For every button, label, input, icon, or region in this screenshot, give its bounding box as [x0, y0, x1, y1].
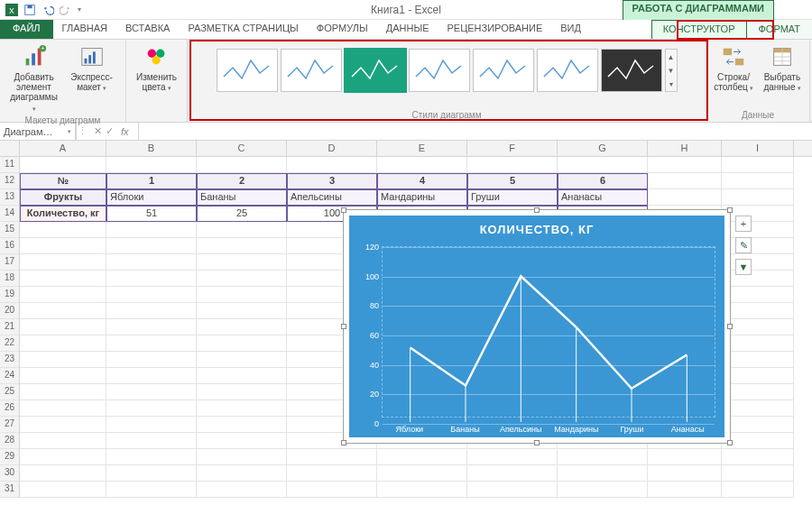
cell[interactable]: [722, 368, 794, 384]
row-header[interactable]: 28: [0, 433, 19, 449]
row-header[interactable]: 14: [0, 206, 19, 222]
cell[interactable]: [106, 271, 197, 287]
cell[interactable]: [722, 206, 794, 222]
cell[interactable]: [197, 368, 287, 384]
cell[interactable]: Бананы: [197, 189, 287, 206]
cell[interactable]: 51: [106, 206, 197, 222]
row-header[interactable]: 12: [0, 173, 19, 189]
row-header[interactable]: 27: [0, 417, 19, 433]
chart-style-thumb[interactable]: [601, 49, 662, 92]
chart-style-thumb[interactable]: [537, 49, 598, 92]
cell[interactable]: [377, 465, 467, 482]
cell[interactable]: Мандарины: [377, 189, 467, 206]
cell[interactable]: [722, 335, 794, 352]
tab-data[interactable]: ДАННЫЕ: [377, 20, 438, 39]
cell[interactable]: [287, 157, 377, 173]
tab-file[interactable]: ФАЙЛ: [0, 20, 53, 39]
cell[interactable]: [106, 254, 197, 271]
tab-page-layout[interactable]: РАЗМЕТКА СТРАНИЦЫ: [179, 20, 307, 39]
col-header[interactable]: H: [648, 141, 722, 156]
cell[interactable]: 3: [287, 173, 377, 189]
cell[interactable]: [106, 368, 197, 384]
cell[interactable]: 1: [106, 173, 197, 189]
cell[interactable]: [106, 417, 197, 433]
col-header[interactable]: A: [20, 141, 106, 156]
row-header[interactable]: 30: [0, 465, 19, 482]
cell[interactable]: [287, 465, 377, 482]
cell[interactable]: [20, 287, 106, 303]
col-header[interactable]: C: [197, 141, 287, 156]
tab-formulas[interactable]: ФОРМУЛЫ: [308, 20, 377, 39]
cell[interactable]: [106, 400, 197, 417]
cell[interactable]: Ананасы: [558, 189, 648, 206]
cell[interactable]: [197, 303, 287, 319]
chart-style-thumb[interactable]: [409, 49, 470, 92]
tab-home[interactable]: ГЛАВНАЯ: [53, 20, 116, 39]
select-all-corner[interactable]: [0, 141, 20, 156]
cell[interactable]: [722, 173, 794, 189]
cell[interactable]: [722, 271, 794, 287]
cell[interactable]: [20, 368, 106, 384]
cell[interactable]: [20, 482, 106, 498]
cell[interactable]: [467, 465, 558, 482]
cell[interactable]: [197, 254, 287, 271]
cell[interactable]: Количество, кг: [20, 206, 106, 222]
cell[interactable]: [20, 384, 106, 400]
cell[interactable]: [20, 254, 106, 271]
cell[interactable]: [377, 482, 467, 498]
cell[interactable]: [377, 157, 467, 173]
chart-object[interactable]: КОЛИЧЕСТВО, КГ 020406080100120 ЯблокиБан…: [343, 209, 731, 444]
cell[interactable]: [106, 319, 197, 335]
cell[interactable]: 2: [197, 173, 287, 189]
add-chart-element-button[interactable]: + Добавить элемент диаграммы: [8, 43, 60, 114]
col-header[interactable]: G: [558, 141, 648, 156]
cell[interactable]: [20, 271, 106, 287]
cell[interactable]: [106, 303, 197, 319]
cell[interactable]: 25: [197, 206, 287, 222]
quick-layout-button[interactable]: Экспресс-макет: [66, 43, 118, 93]
tab-insert[interactable]: ВСТАВКА: [116, 20, 179, 39]
qat-more-icon[interactable]: ▾: [78, 5, 81, 14]
row-header[interactable]: 21: [0, 319, 19, 335]
cell[interactable]: Фрукты: [20, 189, 106, 206]
cell[interactable]: [106, 157, 197, 173]
chart-style-thumb[interactable]: [473, 49, 534, 92]
cell[interactable]: 5: [467, 173, 558, 189]
cell[interactable]: [20, 465, 106, 482]
row-header[interactable]: 18: [0, 271, 19, 287]
cell[interactable]: [106, 335, 197, 352]
cell[interactable]: [20, 352, 106, 368]
cell[interactable]: [20, 417, 106, 433]
cell[interactable]: [197, 157, 287, 173]
row-header[interactable]: 13: [0, 189, 19, 206]
cell[interactable]: [20, 449, 106, 465]
cell[interactable]: [722, 303, 794, 319]
cell[interactable]: Груши: [467, 189, 558, 206]
tab-view[interactable]: ВИД: [551, 20, 590, 39]
cell[interactable]: [197, 287, 287, 303]
cell[interactable]: [467, 449, 558, 465]
col-header[interactable]: E: [377, 141, 467, 156]
cell[interactable]: [722, 417, 794, 433]
cell[interactable]: [197, 238, 287, 254]
row-header[interactable]: 11: [0, 157, 19, 173]
tab-format[interactable]: ФОРМАТ: [747, 20, 813, 39]
cell[interactable]: [197, 384, 287, 400]
cell[interactable]: [377, 449, 467, 465]
chart-style-thumb[interactable]: [281, 49, 342, 92]
cell[interactable]: [722, 482, 794, 498]
cell[interactable]: [467, 482, 558, 498]
cell[interactable]: [197, 400, 287, 417]
cell[interactable]: [106, 482, 197, 498]
cell[interactable]: [20, 433, 106, 449]
cell[interactable]: [287, 449, 377, 465]
switch-row-col-button[interactable]: Строка/ столбец: [712, 43, 755, 93]
row-header[interactable]: 22: [0, 335, 19, 352]
cell[interactable]: [106, 449, 197, 465]
row-header[interactable]: 25: [0, 384, 19, 400]
cell[interactable]: 4: [377, 173, 467, 189]
cell[interactable]: Яблоки: [106, 189, 197, 206]
cell[interactable]: [106, 222, 197, 238]
change-colors-button[interactable]: Изменить цвета: [131, 43, 183, 93]
cell[interactable]: [722, 384, 794, 400]
